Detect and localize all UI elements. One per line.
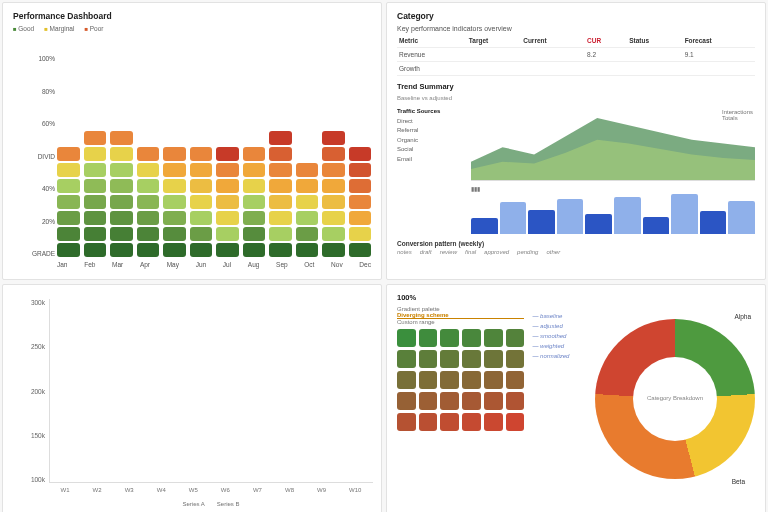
side-header: Traffic Sources [397,107,465,117]
area-chart: Interactions Totals [471,107,755,181]
swatch[interactable] [397,371,416,389]
donut-chart: Category Breakdown [595,319,755,479]
table-cell [683,62,755,76]
xlabel: W8 [285,487,294,499]
ylabel: 150k [7,432,45,439]
swatch[interactable] [419,392,438,410]
panel-performance: Performance Dashboard Good Marginal Poor… [2,2,382,280]
handwriting-row: notesdraftreviewfinalapprovedpendingothe… [397,249,755,255]
swatch[interactable] [462,350,481,368]
panel1-yaxis: 100%80%60%DIVID40%20%GRADE [7,55,55,257]
donut-center-label: Category Breakdown [633,357,717,441]
matrix-cell [296,179,319,193]
legend-good: Good [13,25,34,32]
col-header: Metric [397,34,467,48]
swatch[interactable] [440,413,459,431]
swatch[interactable] [506,413,525,431]
xlabel: Dec [359,261,371,275]
col-header: Status [627,34,683,48]
matrix-cell [57,211,80,225]
swatch[interactable] [506,350,525,368]
xlabel: W5 [189,487,198,499]
table-cell [627,48,683,62]
ylabel: 60% [7,120,55,127]
xlabel: Jul [223,261,231,275]
swatch[interactable] [419,329,438,347]
matrix-cell [216,195,239,209]
list-item: Email [397,155,465,165]
xlabel: Aug [248,261,260,275]
matrix-cell [110,163,133,177]
swatch[interactable] [397,350,416,368]
swatch[interactable] [397,329,416,347]
matrix-cell [269,243,292,257]
xlabel: Oct [304,261,314,275]
swatch[interactable] [440,371,459,389]
matrix-cell [216,227,239,241]
palette-option[interactable]: Custom range [397,319,524,325]
swatch[interactable] [419,350,438,368]
palette-options: Gradient paletteDiverging schemeCustom r… [397,306,524,325]
xlabel: W9 [317,487,326,499]
swatch[interactable] [484,350,503,368]
mid-note: — normalized [532,353,587,359]
swatch[interactable] [462,329,481,347]
matrix-cell [296,243,319,257]
swatch[interactable] [506,329,525,347]
matrix-cell [269,131,292,145]
matrix-cell [243,243,266,257]
matrix-cell [137,243,160,257]
swatch[interactable] [440,392,459,410]
swatch[interactable] [440,350,459,368]
ylabel: DIVID [7,153,55,160]
matrix-cell [84,131,107,145]
matrix-cell [57,227,80,241]
swatch[interactable] [506,371,525,389]
swatch[interactable] [440,329,459,347]
matrix-cell [243,195,266,209]
matrix-cell [84,243,107,257]
matrix-cell [190,163,213,177]
xlabel: Jan [57,261,67,275]
matrix-cell [57,179,80,193]
matrix-cell [349,227,372,241]
legend-marginal: Marginal [44,25,74,32]
list-item: Social [397,145,465,155]
table-cell: 8.2 [585,48,627,62]
matrix-cell [243,147,266,161]
swatch[interactable] [419,371,438,389]
matrix-cell [269,195,292,209]
swatch[interactable] [419,413,438,431]
swatch[interactable] [397,392,416,410]
swatch[interactable] [484,371,503,389]
handwriting-item: pending [517,249,538,255]
list-item: Referral [397,126,465,136]
matrix-cell [243,163,266,177]
matrix-cell [296,163,319,177]
swatch[interactable] [484,392,503,410]
matrix-cell [269,211,292,225]
palette-option[interactable]: Diverging scheme [397,312,524,319]
matrix-cell [269,163,292,177]
xlabel: Mar [112,261,123,275]
xlabel: Sep [276,261,288,275]
legend-series-a: Series A [182,501,204,511]
swatch[interactable] [397,413,416,431]
matrix-cell [216,243,239,257]
xlabel: W3 [125,487,134,499]
panel-weekly-bars: 300k250k200k150k100k W1W2W3W4W5W6W7W8W9W… [2,284,382,512]
swatch[interactable] [506,392,525,410]
swatch[interactable] [484,329,503,347]
matrix-cell [296,195,319,209]
panel1-title: Performance Dashboard [13,11,371,21]
legend-series-b: Series B [217,501,240,511]
swatch[interactable] [462,371,481,389]
swatch[interactable] [484,413,503,431]
xlabel: May [167,261,179,275]
matrix-cell [137,147,160,161]
xlabel: W7 [253,487,262,499]
matrix-cell [322,243,345,257]
mini-bar [500,202,527,234]
swatch[interactable] [462,392,481,410]
swatch[interactable] [462,413,481,431]
